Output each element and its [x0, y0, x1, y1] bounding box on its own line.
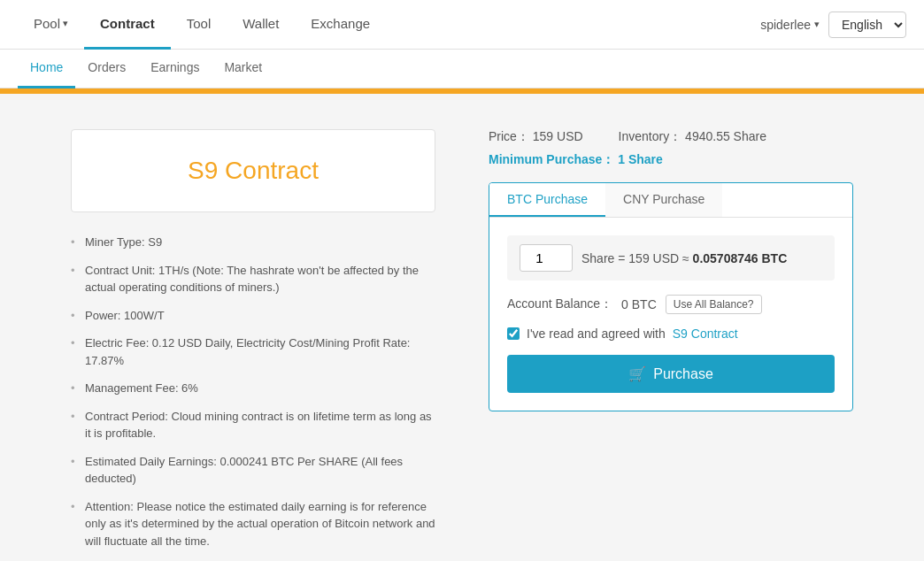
contract-details-list: Miner Type: S9 Contract Unit: 1TH/s (Not…	[71, 234, 435, 549]
account-balance-label: Account Balance：	[507, 296, 612, 312]
contract-left-panel: S9 Contract Miner Type: S9 Contract Unit…	[71, 129, 435, 560]
user-menu[interactable]: spiderlee ▾	[760, 18, 820, 32]
min-purchase-value: 1 Share	[618, 152, 663, 166]
sub-navigation: Home Orders Earnings Market	[0, 50, 924, 88]
purchase-button[interactable]: 🛒 Purchase	[507, 355, 835, 393]
inventory-label: Inventory：	[619, 129, 682, 143]
cart-icon: 🛒	[628, 365, 646, 382]
agree-text: I've read and agreed with	[527, 327, 666, 341]
share-btc-value: 0.05708746 BTC	[693, 251, 788, 265]
contract-title-box: S9 Contract	[71, 129, 435, 212]
share-approx-symbol: ≈	[682, 251, 693, 265]
tab-cny-purchase[interactable]: CNY Purchase	[605, 183, 722, 217]
share-row: Share = 159 USD ≈ 0.05708746 BTC	[507, 235, 835, 280]
detail-daily-earnings: Estimated Daily Earnings: 0.000241 BTC P…	[71, 453, 435, 488]
nav-item-pool[interactable]: Pool ▾	[18, 0, 84, 50]
detail-contract-period: Contract Period: Cloud mining contract i…	[71, 408, 435, 442]
inventory-section: Inventory： 4940.55 Share	[619, 129, 766, 145]
purchase-box: BTC Purchase CNY Purchase Share = 159 US…	[489, 182, 853, 411]
agree-checkbox[interactable]	[507, 327, 520, 340]
tab-btc-purchase[interactable]: BTC Purchase	[489, 183, 605, 217]
purchase-button-label: Purchase	[653, 366, 713, 382]
detail-miner-type: Miner Type: S9	[71, 234, 435, 251]
share-quantity-input[interactable]	[520, 244, 573, 272]
use-all-balance-button[interactable]: Use All Balance?	[666, 295, 762, 314]
balance-row: Account Balance： 0 BTC Use All Balance?	[507, 295, 835, 314]
detail-electric-fee: Electric Fee: 0.12 USD Daily, Electricit…	[71, 334, 435, 369]
nav-item-contract[interactable]: Contract	[84, 0, 171, 50]
contract-right-panel: Price： 159 USD Inventory： 4940.55 Share …	[489, 129, 853, 560]
detail-management-fee: Management Fee: 6%	[71, 380, 435, 397]
purchase-tabs: BTC Purchase CNY Purchase	[489, 183, 852, 218]
price-row: Price： 159 USD Inventory： 4940.55 Share	[489, 129, 853, 145]
subnav-market[interactable]: Market	[212, 50, 274, 88]
detail-attention: Attention: Please notice the estimated d…	[71, 498, 435, 550]
detail-power: Power: 100W/T	[71, 307, 435, 325]
contract-title: S9 Contract	[89, 157, 417, 185]
nav-item-wallet[interactable]: Wallet	[227, 0, 295, 50]
subnav-earnings[interactable]: Earnings	[138, 50, 212, 88]
nav-right: spiderlee ▾ English	[760, 12, 906, 38]
price-section: Price： 159 USD	[489, 129, 583, 145]
detail-contract-unit: Contract Unit: 1TH/s (Note: The hashrate…	[71, 262, 435, 296]
price-value: 159 USD	[533, 129, 583, 143]
share-usd-value: 159 USD	[628, 251, 682, 265]
top-navigation: Pool ▾ Contract Tool Wallet Exchange spi…	[0, 0, 924, 50]
main-content: S9 Contract Miner Type: S9 Contract Unit…	[0, 94, 924, 561]
nav-item-tool[interactable]: Tool	[171, 0, 227, 50]
price-label: Price：	[489, 129, 529, 143]
min-purchase-row: Minimum Purchase： 1 Share	[489, 152, 853, 168]
subnav-orders[interactable]: Orders	[75, 50, 138, 88]
share-calculation: Share = 159 USD ≈ 0.05708746 BTC	[581, 251, 787, 265]
account-balance-value: 0 BTC	[621, 297, 657, 311]
purchase-form: Share = 159 USD ≈ 0.05708746 BTC Account…	[489, 218, 852, 411]
subnav-home[interactable]: Home	[18, 50, 75, 88]
agree-row: I've read and agreed with S9 Contract	[507, 327, 835, 341]
inventory-value: 4940.55 Share	[685, 129, 766, 143]
min-purchase-label: Minimum Purchase：	[489, 152, 614, 166]
price-info: Price： 159 USD Inventory： 4940.55 Share …	[489, 129, 853, 168]
nav-item-exchange[interactable]: Exchange	[295, 0, 386, 50]
contract-link[interactable]: S9 Contract	[673, 327, 738, 341]
language-select[interactable]: English	[828, 12, 906, 38]
share-label: Share =	[581, 251, 628, 265]
nav-items: Pool ▾ Contract Tool Wallet Exchange	[18, 0, 760, 50]
